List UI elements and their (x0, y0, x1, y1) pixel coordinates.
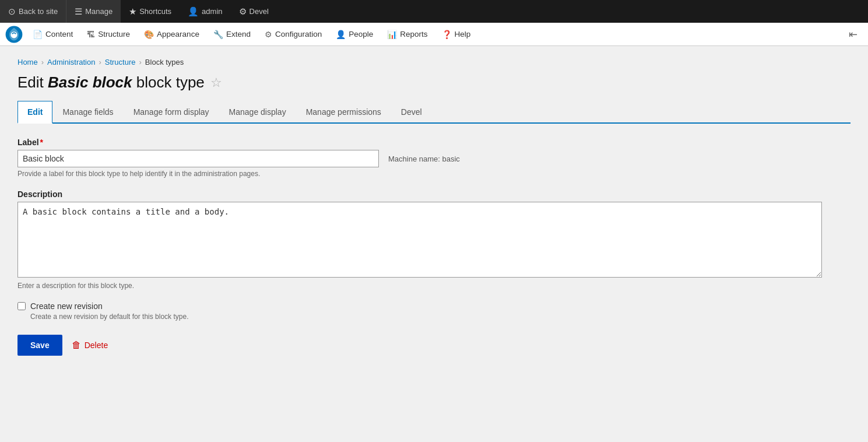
breadcrumb-sep-1: › (41, 58, 44, 66)
main-content: Home › Administration › Structure › Bloc… (0, 46, 868, 442)
devel-label: Devel (249, 7, 269, 16)
form-actions: Save 🗑 Delete (17, 335, 851, 356)
tabs: Edit Manage fields Manage form display M… (17, 101, 851, 124)
page-title-text: Edit Basic block block type (17, 73, 205, 92)
nav-configuration-label: Configuration (275, 30, 322, 38)
revision-checkbox[interactable] (17, 302, 26, 310)
tab-manage-fields[interactable]: Manage fields (52, 101, 123, 124)
required-indicator: * (40, 138, 43, 147)
reports-icon: 📊 (387, 30, 397, 39)
devel-link[interactable]: ⚙ Devel (231, 0, 277, 23)
tab-manage-permissions[interactable]: Manage permissions (296, 101, 391, 124)
label-field-label: Label* (17, 138, 851, 147)
nav-extend-label: Extend (226, 30, 251, 38)
revision-checkbox-text: Create new revision (30, 301, 103, 311)
breadcrumb-sep-2: › (99, 58, 101, 66)
drupal-icon: ⊙ (8, 6, 16, 17)
devel-icon: ⚙ (239, 6, 247, 17)
shortcuts-icon: ★ (129, 6, 136, 17)
tab-manage-display[interactable]: Manage display (219, 101, 296, 124)
favorite-star-icon[interactable]: ☆ (210, 75, 222, 90)
label-row: Machine name: basic (17, 150, 851, 167)
manage-label: Manage (85, 7, 113, 16)
label-hint: Provide a label for this block type to h… (17, 170, 851, 178)
description-form-group: Description A basic block contains a tit… (17, 190, 851, 290)
label-form-group: Label* Machine name: basic Provide a lab… (17, 138, 851, 178)
admin-icon: 👤 (188, 6, 199, 17)
configuration-icon: ⚙ (265, 30, 272, 39)
nav-appearance-label: Appearance (157, 30, 199, 38)
save-button[interactable]: Save (17, 335, 62, 356)
people-icon: 👤 (336, 30, 346, 39)
breadcrumb: Home › Administration › Structure › Bloc… (17, 58, 851, 66)
breadcrumb-sep-3: › (139, 58, 142, 66)
manage-link[interactable]: ☰ Manage (66, 0, 121, 23)
back-to-site-link[interactable]: ⊙ Back to site (0, 0, 66, 23)
breadcrumb-current: Block types (145, 58, 184, 66)
nav-collapse-button[interactable]: ⇤ (843, 23, 863, 45)
shortcuts-label: Shortcuts (139, 7, 171, 16)
admin-label: admin (202, 7, 222, 16)
nav-people-label: People (349, 30, 373, 38)
nav-extend[interactable]: 🔧 Extend (206, 23, 258, 45)
nav-appearance[interactable]: 🎨 Appearance (137, 23, 206, 45)
description-field-label: Description (17, 190, 851, 199)
nav-help-label: Help (455, 30, 471, 38)
nav-content[interactable]: 📄 Content (26, 23, 80, 45)
delete-icon: 🗑 (72, 340, 81, 350)
page-title: Edit Basic block block type ☆ (17, 73, 851, 92)
back-to-site-label: Back to site (19, 7, 58, 16)
breadcrumb-structure[interactable]: Structure (105, 58, 136, 66)
secondary-nav: 📄 Content 🏗 Structure 🎨 Appearance 🔧 Ext… (0, 23, 868, 46)
nav-reports-label: Reports (400, 30, 427, 38)
breadcrumb-administration[interactable]: Administration (47, 58, 95, 66)
revision-checkbox-label[interactable]: Create new revision (17, 301, 851, 311)
nav-help[interactable]: ❓ Help (435, 23, 478, 45)
description-hint: Enter a description for this block type. (17, 282, 851, 290)
tab-devel[interactable]: Devel (391, 101, 432, 124)
admin-toolbar: ⊙ Back to site ☰ Manage ★ Shortcuts 👤 ad… (0, 0, 868, 23)
appearance-icon: 🎨 (144, 30, 154, 39)
label-input[interactable] (17, 150, 379, 167)
tab-manage-form-display[interactable]: Manage form display (124, 101, 219, 124)
shortcuts-link[interactable]: ★ Shortcuts (121, 0, 180, 23)
machine-name-text: Machine name: basic (388, 155, 460, 163)
nav-content-label: Content (45, 30, 73, 38)
manage-icon: ☰ (75, 6, 82, 17)
nav-configuration[interactable]: ⚙ Configuration (258, 23, 329, 45)
drupal-logo (5, 25, 23, 44)
admin-link[interactable]: 👤 admin (180, 0, 230, 23)
content-icon: 📄 (33, 30, 43, 39)
revision-checkbox-group: Create new revision Create a new revisio… (17, 301, 851, 321)
breadcrumb-home[interactable]: Home (17, 58, 38, 66)
nav-structure-label: Structure (98, 30, 130, 38)
nav-people[interactable]: 👤 People (329, 23, 380, 45)
nav-reports[interactable]: 📊 Reports (380, 23, 434, 45)
tab-edit[interactable]: Edit (17, 101, 52, 124)
help-icon: ❓ (442, 30, 452, 39)
revision-checkbox-sublabel: Create a new revision by default for thi… (30, 313, 851, 321)
edit-form: Label* Machine name: basic Provide a lab… (17, 138, 851, 356)
extend-icon: 🔧 (213, 30, 223, 39)
delete-button[interactable]: 🗑 Delete (72, 340, 108, 350)
structure-icon: 🏗 (87, 30, 95, 39)
description-textarea[interactable]: A basic block contains a title and a bod… (17, 202, 822, 278)
nav-structure[interactable]: 🏗 Structure (80, 23, 137, 45)
